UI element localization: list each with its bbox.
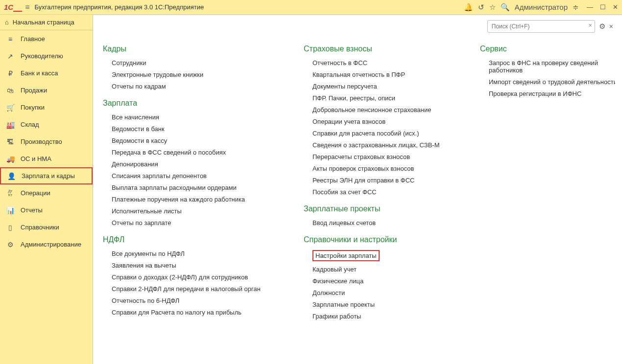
- sidebar-item-3[interactable]: 🛍Продажи: [0, 82, 93, 99]
- search-box: ×: [487, 20, 595, 33]
- menu-link[interactable]: Документы персучета: [312, 83, 451, 90]
- column-0: КадрыСотрудникиЭлектронные трудовые книж…: [103, 40, 274, 351]
- filter-icon[interactable]: ≑: [573, 3, 579, 12]
- sidebar-icon: ≡: [6, 35, 15, 43]
- link-list: Отчетность в ФССКвартальная отчетность в…: [312, 59, 451, 196]
- user-label[interactable]: Администратор: [515, 3, 568, 11]
- bell-icon[interactable]: 🔔: [464, 3, 473, 12]
- sidebar-icon: 🛍: [6, 87, 15, 94]
- section-title[interactable]: Сервис: [480, 45, 615, 53]
- sidebar-item-11[interactable]: ▯Справочники: [0, 219, 93, 236]
- menu-link[interactable]: Депонирования: [112, 160, 274, 168]
- menu-link[interactable]: Акты проверок страховых взносов: [312, 165, 451, 172]
- sidebar-icon: ↗: [6, 52, 15, 60]
- sidebar-icon: 🚚: [6, 155, 15, 163]
- menu-link[interactable]: Запрос в ФНС на проверку сведений работн…: [489, 59, 615, 74]
- menu-link[interactable]: Платежные поручения на каждого работника: [112, 196, 274, 203]
- sidebar-item-10[interactable]: 📊Отчеты: [0, 202, 93, 219]
- sidebar-item-label: Банк и касса: [21, 69, 58, 77]
- sidebar-item-label: Справочники: [21, 224, 59, 231]
- section-title[interactable]: НДФЛ: [103, 235, 274, 244]
- panel-close-icon[interactable]: ×: [609, 23, 613, 30]
- menu-link[interactable]: Отчеты по кадрам: [112, 83, 274, 90]
- menu-link[interactable]: Отчеты по зарплате: [112, 219, 274, 227]
- app-title: Бухгалтерия предприятия, редакция 3.0 1С…: [35, 3, 204, 11]
- menu-link[interactable]: Заявления на вычеты: [112, 262, 274, 269]
- content-area: КадрыСотрудникиЭлектронные трудовые книж…: [93, 40, 615, 361]
- section-title[interactable]: Зарплата: [103, 99, 274, 108]
- menu-link[interactable]: Сотрудники: [112, 59, 274, 67]
- menu-link[interactable]: Передача в ФСС сведений о пособиях: [112, 149, 274, 156]
- menu-link[interactable]: Пособия за счет ФСС: [312, 188, 451, 196]
- column-2: СервисЗапрос в ФНС на проверку сведений …: [480, 40, 615, 351]
- link-list: Настройки зарплатыКадровый учетФизически…: [312, 250, 451, 320]
- sidebar-item-12[interactable]: ⚙Администрирование: [0, 236, 93, 253]
- titlebar: 1С ≡ Бухгалтерия предприятия, редакция 3…: [0, 0, 622, 15]
- link-list: Ввод лицевых счетов: [312, 219, 451, 227]
- column-1: Страховые взносыОтчетность в ФССКварталь…: [304, 40, 451, 351]
- menu-link[interactable]: Физические лица: [312, 277, 451, 285]
- minimize-icon[interactable]: —: [587, 3, 593, 11]
- close-icon[interactable]: ✕: [613, 3, 618, 11]
- menu-link[interactable]: Все документы по НДФЛ: [112, 250, 274, 257]
- sidebar-item-0[interactable]: ≡Главное: [0, 30, 93, 47]
- menu-link[interactable]: Импорт сведений о трудовой деятельности: [489, 78, 615, 86]
- menu-link[interactable]: Должности: [312, 289, 451, 296]
- sidebar-icon: 🏭: [6, 121, 15, 129]
- sidebar-icon: 👤: [7, 172, 16, 180]
- sidebar-icon: ⚙: [6, 241, 15, 249]
- search-icon[interactable]: 🔍: [501, 3, 510, 12]
- sidebar-item-8[interactable]: 👤Зарплата и кадры: [0, 167, 93, 184]
- menu-link[interactable]: Все начисления: [112, 114, 274, 121]
- sidebar-item-9[interactable]: ДтКтОперации: [0, 184, 93, 202]
- menu-link[interactable]: Добровольное пенсионное страхование: [312, 106, 451, 114]
- menu-link[interactable]: Списания зарплаты депонентов: [112, 172, 274, 180]
- menu-link[interactable]: Кадровый учет: [312, 266, 451, 273]
- menu-link[interactable]: Ведомости в кассу: [112, 137, 274, 144]
- link-list: Все начисленияВедомости в банкВедомости …: [112, 114, 274, 227]
- menu-link[interactable]: Проверка регистрации в ИФНС: [489, 90, 615, 97]
- menu-link[interactable]: Настройки зарплаты: [312, 250, 380, 261]
- sidebar-item-7[interactable]: 🚚ОС и НМА: [0, 150, 93, 167]
- menu-link[interactable]: Выплата зарплаты расходными ордерами: [112, 184, 274, 191]
- sidebar-item-5[interactable]: 🏭Склад: [0, 116, 93, 133]
- sidebar-item-1[interactable]: ↗Руководителю: [0, 47, 93, 65]
- search-clear-icon[interactable]: ×: [589, 22, 592, 29]
- hamburger-icon[interactable]: ≡: [25, 3, 29, 12]
- history-icon[interactable]: ↺: [478, 3, 484, 12]
- sidebar-item-4[interactable]: 🛒Покупки: [0, 99, 93, 116]
- search-input[interactable]: [487, 20, 595, 33]
- menu-link[interactable]: Квартальная отчетность в ПФР: [312, 71, 451, 78]
- menu-link[interactable]: Справки для Расчета по налогу на прибыль: [112, 309, 274, 316]
- menu-link[interactable]: Электронные трудовые книжки: [112, 71, 274, 78]
- menu-link[interactable]: Ввод лицевых счетов: [312, 219, 451, 227]
- menu-link[interactable]: Графики работы: [312, 313, 451, 320]
- section-title[interactable]: Кадры: [103, 45, 274, 53]
- section-title[interactable]: Зарплатные проекты: [304, 205, 451, 213]
- menu-link[interactable]: Перерасчеты страховых взносов: [312, 153, 451, 160]
- menu-link[interactable]: Ведомости в банк: [112, 125, 274, 133]
- sidebar-item-label: Руководителю: [21, 52, 63, 60]
- section-title[interactable]: Страховые взносы: [304, 45, 451, 53]
- star-icon[interactable]: ☆: [489, 3, 496, 12]
- section-title[interactable]: Справочники и настройки: [304, 235, 451, 244]
- maximize-icon[interactable]: ☐: [600, 3, 606, 11]
- sidebar-item-2[interactable]: ₽Банк и касса: [0, 65, 93, 82]
- menu-link[interactable]: Исполнительные листы: [112, 207, 274, 215]
- sidebar-item-label: Производство: [21, 138, 62, 145]
- menu-link[interactable]: Справки 2-НДФЛ для передачи в налоговый …: [112, 285, 274, 293]
- sidebar-icon: ₽: [6, 69, 15, 77]
- menu-link[interactable]: Сведения о застрахованных лицах, СЗВ-М: [312, 141, 451, 149]
- home-page-link[interactable]: ⌂ Начальная страница: [0, 15, 93, 30]
- menu-link[interactable]: Зарплатные проекты: [312, 301, 451, 308]
- sidebar-item-6[interactable]: 🏗Производство: [0, 133, 93, 150]
- menu-link[interactable]: Реестры ЭЛН для отправки в ФСС: [312, 177, 451, 184]
- menu-link[interactable]: Операции учета взносов: [312, 118, 451, 125]
- menu-link[interactable]: Справки о доходах (2-НДФЛ) для сотрудник…: [112, 273, 274, 281]
- gear-icon[interactable]: ⚙: [599, 22, 605, 31]
- menu-link[interactable]: Отчетность по 6-НДФЛ: [112, 297, 274, 304]
- menu-link[interactable]: Справки для расчета пособий (исх.): [312, 130, 451, 137]
- menu-link[interactable]: ПФР. Пачки, реестры, описи: [312, 94, 451, 102]
- sidebar-item-label: ОС и НМА: [21, 155, 51, 162]
- menu-link[interactable]: Отчетность в ФСС: [312, 59, 451, 67]
